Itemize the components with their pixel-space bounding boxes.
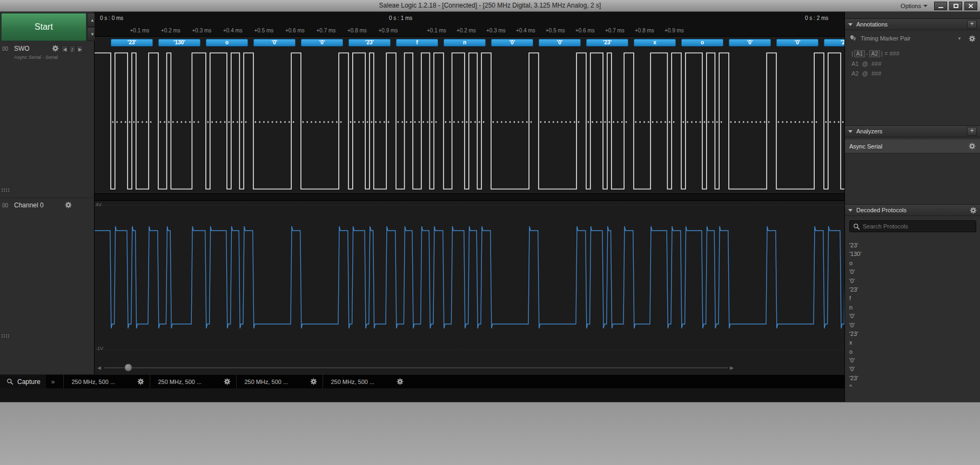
decoded-protocol-item[interactable]: n: [845, 303, 980, 312]
decoded-bubble[interactable]: '23': [586, 39, 628, 46]
decoded-bubble[interactable]: '0': [253, 39, 296, 46]
capture-session-tab[interactable]: 250 MHz, 500 ...: [150, 375, 236, 388]
timeline-minor-label: +0.6 ms: [285, 28, 305, 33]
decoded-bubble[interactable]: '0': [539, 39, 581, 46]
options-label: Options: [901, 3, 921, 9]
timeline-minor-label: +0.2 ms: [161, 28, 180, 33]
scrollbar-track[interactable]: [104, 367, 728, 368]
decoded-protocol-item[interactable]: o: [845, 347, 980, 356]
analyzer-next-button[interactable]: ▶: [77, 45, 83, 53]
scroll-left-icon[interactable]: ◀: [97, 365, 101, 370]
capture-session-tab[interactable]: 250 MHz, 500 ...: [323, 375, 409, 388]
marker-dropdown-icon[interactable]: ▼: [957, 36, 965, 41]
session-settings-gear-icon[interactable]: [137, 378, 144, 385]
decoded-protocol-item[interactable]: x: [845, 338, 980, 347]
decoded-protocol-item[interactable]: o: [845, 259, 980, 267]
capture-tab[interactable]: Capture: [0, 375, 46, 388]
waveform-divider[interactable]: [95, 193, 844, 201]
analyzer-settings-gear-icon[interactable]: [969, 143, 976, 150]
decoded-bubble[interactable]: o: [681, 39, 723, 46]
analyzers-title: Analyzers: [856, 128, 882, 134]
analyzer-function-button[interactable]: ƒ: [69, 45, 76, 53]
annotations-header[interactable]: Annotations +: [845, 18, 980, 30]
add-analyzer-button[interactable]: +: [967, 127, 977, 136]
timeline-minor-label: +0.3 ms: [192, 28, 212, 33]
decoded-bubble[interactable]: '23': [824, 39, 844, 46]
analyzers-header[interactable]: Analyzers +: [845, 125, 980, 137]
decoded-protocol-item[interactable]: '23': [845, 241, 980, 250]
analyzer-async-serial[interactable]: Async Serial: [845, 139, 980, 153]
session-settings-gear-icon[interactable]: [310, 378, 317, 385]
decoded-protocols-header[interactable]: Decoded Protocols: [845, 204, 980, 216]
decoded-bubble[interactable]: '130': [158, 39, 200, 46]
options-menu[interactable]: Options: [896, 3, 932, 9]
start-capture-button[interactable]: Start: [1, 13, 86, 41]
channel-settings-gear-icon[interactable]: [52, 45, 59, 52]
decoded-bubble[interactable]: '0': [729, 39, 771, 46]
decoded-protocol-item[interactable]: '130': [845, 250, 980, 258]
timeline-major-label: 0 s : 1 ms: [389, 15, 412, 21]
session-tab-label: 250 MHz, 500 ...: [158, 379, 202, 385]
channel-settings-gear-icon[interactable]: [65, 201, 72, 208]
decoded-protocol-item[interactable]: '0': [845, 356, 980, 365]
decoded-protocol-item[interactable]: '23': [845, 329, 980, 338]
scroll-right-icon[interactable]: ▶: [730, 365, 734, 370]
channel-row-analog: 00 Channel 0: [0, 200, 95, 216]
maximize-icon: [954, 4, 958, 8]
decoded-protocol-item[interactable]: '0': [845, 277, 980, 285]
marker-delta-readout: |A1-A2| = ###: [845, 49, 980, 59]
panel-resize-grip[interactable]: [1, 188, 9, 193]
down-arrow-icon: ▼: [90, 32, 95, 37]
decoded-protocol-item[interactable]: '23': [845, 374, 980, 382]
decoded-protocol-item[interactable]: '0': [845, 365, 980, 373]
analog-bottom-voltage-label: -1V: [96, 346, 103, 351]
digital-waveform[interactable]: [95, 48, 844, 193]
decoded-settings-gear-icon[interactable]: [970, 207, 977, 214]
decoded-protocol-item[interactable]: '0': [845, 321, 980, 329]
decoded-protocols-list: '23''130'o'0''0''23'fn'0''0''23'xo'0''0'…: [845, 241, 980, 402]
waveform-area[interactable]: 0 s : 0 ms0 s : 1 ms0 s : 2 ms+0.1 ms+0.…: [95, 12, 844, 374]
close-button[interactable]: [964, 2, 977, 10]
scrollbar-thumb[interactable]: [124, 363, 132, 372]
analog-waveform[interactable]: [95, 201, 844, 359]
timeline-minor-label: +0.6 ms: [575, 28, 595, 33]
session-settings-gear-icon[interactable]: [397, 378, 404, 385]
decoded-bubble[interactable]: '0': [491, 39, 533, 46]
marker-settings-gear-icon[interactable]: [969, 35, 976, 42]
capture-session-tab[interactable]: 250 MHz, 500 ...: [63, 375, 150, 388]
session-settings-gear-icon[interactable]: [224, 378, 231, 385]
marker-a2-chip: A2: [869, 50, 880, 57]
decoded-protocol-item[interactable]: '23': [845, 285, 980, 294]
protocol-search[interactable]: [849, 220, 976, 232]
expand-tabs-icon[interactable]: »: [51, 378, 55, 386]
analyzer-prev-button[interactable]: ◀: [62, 45, 68, 53]
analyzer-name: Async Serial: [849, 143, 882, 150]
timeline-minor-label: +0.7 ms: [317, 28, 336, 33]
decoded-bubble[interactable]: x: [634, 39, 676, 46]
decoded-protocol-item[interactable]: '0': [845, 267, 980, 276]
decoded-bubble[interactable]: n: [444, 39, 486, 46]
decoded-bubble[interactable]: f: [396, 39, 438, 46]
maximize-button[interactable]: [949, 2, 962, 10]
capture-session-tab[interactable]: 250 MHz, 500 ...: [236, 375, 323, 388]
protocol-search-input[interactable]: [863, 223, 972, 230]
minimize-button[interactable]: [934, 2, 947, 10]
decoded-bubble[interactable]: '0': [776, 39, 818, 46]
timeline-minor-label: +0.8 ms: [347, 28, 367, 33]
decoded-bubble[interactable]: '23': [111, 39, 153, 46]
decoded-bubble[interactable]: '0': [301, 39, 343, 46]
decoded-protocol-item[interactable]: f: [845, 294, 980, 302]
decoded-bubble[interactable]: '23': [348, 39, 391, 46]
panel-resize-grip[interactable]: [1, 334, 9, 339]
decoded-bubble[interactable]: o: [206, 39, 248, 46]
timeline-ruler[interactable]: 0 s : 0 ms0 s : 1 ms0 s : 2 ms+0.1 ms+0.…: [95, 12, 844, 37]
timeline-minor-label: +0.8 ms: [635, 28, 654, 33]
decoded-protocol-item[interactable]: '0': [845, 312, 980, 320]
timing-marker-pair-row[interactable]: Timing Marker Pair ▼: [845, 31, 980, 45]
add-annotation-button[interactable]: +: [967, 20, 977, 29]
bottom-tab-bar: Capture » 250 MHz, 500 ...250 MHz, 500 .…: [0, 374, 844, 388]
horizontal-scrollbar[interactable]: ◀ ▶: [95, 363, 844, 373]
decoded-protocol-item[interactable]: ^: [845, 382, 980, 391]
main-content: Start ▲ ▼ 00 SWO ◀ ƒ ▶ Async Serial - Se…: [0, 12, 980, 402]
channel-index: 00: [2, 46, 8, 52]
